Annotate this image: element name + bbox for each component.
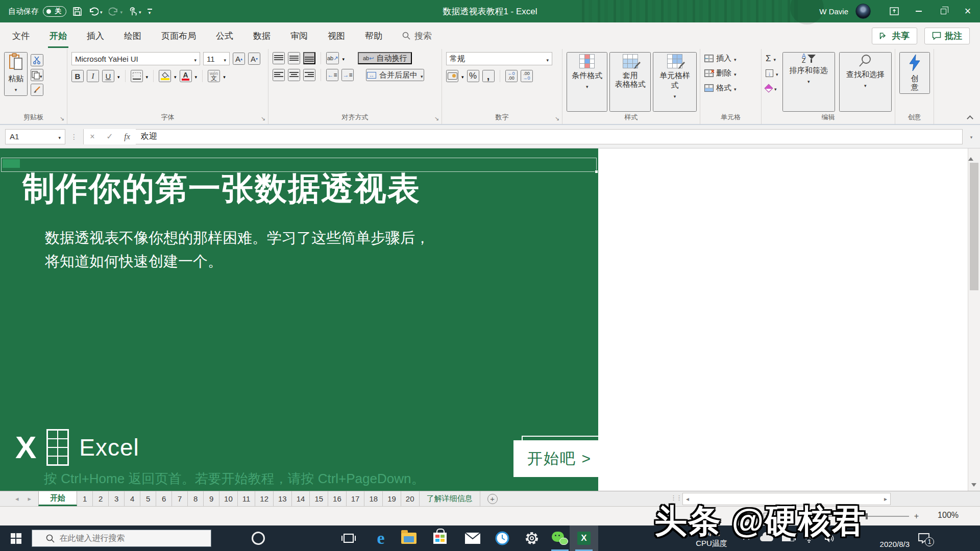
- font-color-button[interactable]: A: [180, 70, 192, 82]
- get-started-button[interactable]: 开始吧 >: [513, 440, 598, 477]
- undo-button[interactable]: [88, 7, 103, 16]
- taskbar-search-input[interactable]: [60, 534, 198, 543]
- sheet-tab-17[interactable]: 17: [347, 491, 365, 506]
- tab-review[interactable]: 审阅: [289, 23, 309, 48]
- font-dialog-launcher[interactable]: ↘: [261, 115, 265, 122]
- customize-qat-button[interactable]: [148, 9, 152, 14]
- hscroll-right-icon[interactable]: ▸: [884, 495, 887, 503]
- zoom-slider-thumb[interactable]: [866, 513, 868, 519]
- tab-help[interactable]: 帮助: [363, 23, 384, 48]
- tab-data[interactable]: 数据: [252, 23, 272, 48]
- bold-button[interactable]: B: [71, 70, 84, 82]
- ribbon-display-options-button[interactable]: [882, 0, 906, 22]
- insert-function-button[interactable]: fx: [118, 129, 136, 144]
- underline-caret[interactable]: [117, 71, 120, 81]
- align-left-button[interactable]: [273, 69, 285, 81]
- collapse-ribbon-button[interactable]: [968, 115, 973, 120]
- borders-caret[interactable]: [146, 71, 149, 81]
- mail-button[interactable]: [458, 525, 487, 551]
- copy-button[interactable]: [31, 69, 43, 81]
- italic-button[interactable]: I: [87, 70, 99, 82]
- zoom-level[interactable]: 100%: [938, 511, 959, 520]
- align-top-button[interactable]: [273, 52, 285, 64]
- underline-button[interactable]: U: [102, 70, 114, 82]
- worksheet-area[interactable]: 制作你的第一张数据透视表 数据透视表不像你想的那样困难。学习了这些简单步骤后， …: [0, 148, 980, 491]
- decrease-font-button[interactable]: A▾: [248, 53, 260, 65]
- autosum-button[interactable]: Σ: [766, 52, 778, 65]
- zoom-in-icon[interactable]: +: [914, 512, 919, 521]
- sheet-tab-10[interactable]: 10: [219, 491, 238, 506]
- settings-button[interactable]: [518, 525, 546, 551]
- cell-styles-button[interactable]: 单元格样式: [653, 52, 697, 112]
- align-center-button[interactable]: [288, 69, 300, 81]
- sheet-tab-11[interactable]: 11: [238, 491, 256, 506]
- enter-entry-button[interactable]: ✓: [101, 129, 118, 144]
- name-box[interactable]: [5, 129, 65, 144]
- account-name[interactable]: W Davie: [819, 7, 848, 16]
- font-name-combobox[interactable]: Microsoft YaHei UI: [71, 52, 200, 65]
- expand-formula-bar-button[interactable]: [966, 134, 977, 140]
- paste-button[interactable]: 粘贴: [4, 52, 28, 96]
- format-painter-button[interactable]: [31, 84, 43, 96]
- sheet-tab-13[interactable]: 13: [274, 491, 292, 506]
- delete-cells-button[interactable]: 删除: [704, 67, 758, 80]
- alignment-dialog-launcher[interactable]: ↘: [434, 115, 439, 122]
- orientation-caret[interactable]: [342, 54, 345, 63]
- redo-button[interactable]: [109, 7, 123, 16]
- save-button[interactable]: [72, 7, 82, 16]
- autosave-control[interactable]: 自动保存 关: [8, 6, 66, 17]
- conditional-formatting-button[interactable]: 条件格式: [567, 52, 607, 112]
- merge-center-button[interactable]: ↔ 合并后居中: [366, 69, 424, 81]
- align-middle-button[interactable]: [288, 52, 300, 64]
- action-center-button[interactable]: 1: [910, 525, 938, 551]
- cancel-entry-button[interactable]: ×: [84, 129, 101, 144]
- percent-style-button[interactable]: %: [467, 70, 479, 82]
- file-explorer-button[interactable]: [395, 525, 423, 551]
- comments-button[interactable]: 批注: [924, 28, 970, 44]
- autosave-toggle[interactable]: 关: [43, 6, 66, 17]
- sheet-tab-12[interactable]: 12: [255, 491, 274, 506]
- store-button[interactable]: [426, 525, 454, 551]
- tab-formulas[interactable]: 公式: [214, 23, 235, 48]
- font-size-combobox[interactable]: 11: [203, 52, 230, 65]
- sheet-tab-6[interactable]: 6: [156, 491, 172, 506]
- sheet-tab-1[interactable]: 1: [77, 491, 93, 506]
- wrap-text-button[interactable]: ab↩ 自动换行: [358, 52, 412, 64]
- vertical-scroll-thumb[interactable]: [970, 163, 978, 290]
- sort-filter-button[interactable]: AZ 排序和筛选: [782, 52, 835, 112]
- sheet-tab-5[interactable]: 5: [140, 491, 156, 506]
- number-dialog-launcher[interactable]: ↘: [555, 115, 559, 122]
- sheet-tab-learn-more[interactable]: 了解详细信息: [420, 491, 480, 506]
- sheet-tab-4[interactable]: 4: [125, 491, 140, 506]
- formula-bar-splitter[interactable]: ⋮: [70, 133, 78, 141]
- phonetic-guide-button[interactable]: wén 文: [208, 70, 220, 82]
- task-view-button[interactable]: [334, 525, 363, 551]
- excel-taskbar-button[interactable]: X: [570, 525, 598, 551]
- sheet-tab-3[interactable]: 3: [109, 491, 125, 506]
- fill-color-button[interactable]: [159, 70, 171, 82]
- decrease-decimal-button[interactable]: .00→0: [521, 70, 533, 82]
- sheet-tab-2[interactable]: 2: [93, 491, 109, 506]
- clear-button[interactable]: [766, 82, 778, 94]
- borders-button[interactable]: [131, 70, 143, 82]
- redo-dropdown-caret[interactable]: [120, 8, 123, 15]
- fill-handle[interactable]: [595, 170, 598, 173]
- name-box-input[interactable]: [10, 132, 45, 141]
- increase-decimal-button[interactable]: ←0.00: [505, 70, 518, 82]
- sheet-tab-9[interactable]: 9: [204, 491, 219, 506]
- fill-color-caret[interactable]: [174, 71, 177, 81]
- clipboard-dialog-launcher[interactable]: ↘: [60, 115, 64, 122]
- comma-style-button[interactable]: ,: [482, 70, 495, 82]
- tab-file[interactable]: 文件: [11, 23, 31, 48]
- account-avatar[interactable]: [855, 4, 871, 19]
- sheet-tab-8[interactable]: 8: [188, 491, 204, 506]
- name-box-caret[interactable]: [58, 132, 61, 141]
- format-as-table-button[interactable]: 套用 表格格式: [609, 52, 650, 112]
- increase-font-button[interactable]: A▴: [233, 53, 245, 65]
- start-button[interactable]: [0, 525, 32, 551]
- sheet-tab-7[interactable]: 7: [172, 491, 188, 506]
- accounting-format-button[interactable]: [446, 70, 458, 82]
- share-button[interactable]: 共享: [872, 28, 917, 44]
- decrease-indent-button[interactable]: ←≡: [326, 69, 338, 81]
- font-color-caret[interactable]: [195, 71, 198, 81]
